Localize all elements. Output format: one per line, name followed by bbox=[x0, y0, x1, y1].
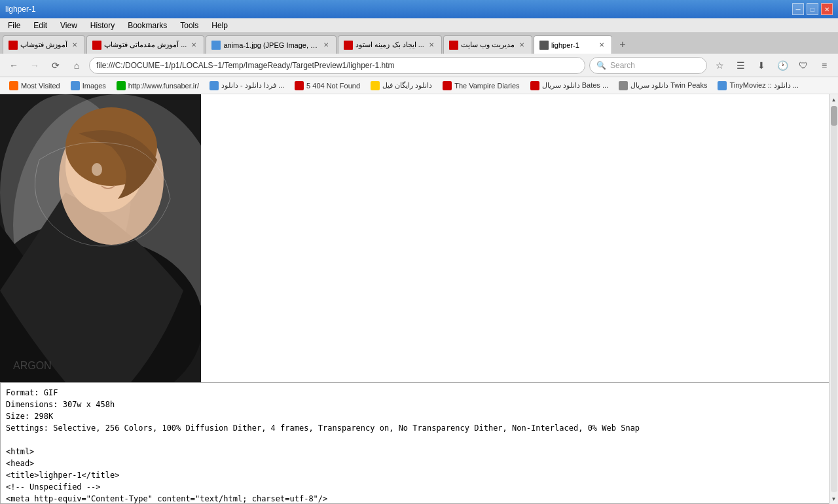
shield-icon[interactable]: 🛡 bbox=[795, 57, 812, 74]
address-bar[interactable]: file:///C:/DOCUME~1/p1/LOCALS~1/Temp/Ima… bbox=[89, 57, 585, 74]
image-area: ARGON bbox=[0, 94, 201, 382]
bookmark-label-0: Most Visited bbox=[21, 82, 60, 90]
tab-close-3[interactable]: ✕ bbox=[321, 41, 331, 50]
tabsbar: آموزش فتوشاپ ✕ آموزش مقدماتی فتوشاپ ... … bbox=[0, 33, 838, 54]
scrollbar: ▲ ▼ bbox=[829, 94, 838, 504]
svg-point-8 bbox=[92, 163, 102, 176]
bookmark-vampire[interactable]: The Vampire Diaries bbox=[439, 80, 523, 92]
bookmarks-icon[interactable]: ☆ bbox=[711, 57, 728, 74]
search-bar[interactable]: 🔍 Search bbox=[589, 57, 707, 74]
bookmark-most-visited[interactable]: Most Visited bbox=[5, 80, 64, 92]
svg-text:ARGON: ARGON bbox=[13, 360, 52, 371]
bookmark-label-3: فردا دانلود - دانلود ... bbox=[221, 81, 284, 90]
info-size: Size: 298K bbox=[6, 410, 832, 422]
tab-1[interactable]: آموزش فتوشاپ ✕ bbox=[3, 35, 85, 54]
tab-label-6: lighper-1 bbox=[551, 41, 594, 49]
bookmarks-bar: Most Visited Images http://www.funsaber.… bbox=[0, 77, 838, 94]
tab-close-4[interactable]: ✕ bbox=[427, 41, 436, 50]
bookmark-favicon-4 bbox=[295, 81, 304, 90]
download-icon[interactable]: ⬇ bbox=[753, 57, 770, 74]
info-code-0: <html> bbox=[6, 446, 832, 458]
tab-label-3: anima-1.jpg (JPEG Image, 1... bbox=[223, 41, 319, 49]
scroll-down-button[interactable]: ▼ bbox=[829, 494, 839, 504]
tab-favicon-1 bbox=[9, 41, 18, 50]
info-blank bbox=[6, 434, 832, 446]
titlebar: lighper-1 ─ □ ✕ bbox=[0, 0, 838, 18]
tab-close-2[interactable]: ✕ bbox=[189, 41, 198, 50]
bookmark-favicon-7 bbox=[530, 81, 539, 90]
menu-edit[interactable]: Edit bbox=[31, 20, 50, 31]
tab-label-1: آموزش فتوشاپ bbox=[20, 41, 67, 49]
address-text: file:///C:/DOCUME~1/p1/LOCALS~1/Temp/Ima… bbox=[96, 61, 578, 70]
back-button[interactable]: ← bbox=[5, 57, 22, 74]
info-settings: Settings: Selective, 256 Colors, 100% Di… bbox=[6, 422, 832, 434]
bookmark-favicon-0 bbox=[9, 81, 18, 90]
titlebar-title: lighper-1 bbox=[5, 5, 36, 14]
reader-icon[interactable]: ☰ bbox=[732, 57, 749, 74]
info-code-1: <head> bbox=[6, 458, 832, 469]
menu-file[interactable]: File bbox=[5, 20, 23, 31]
tab-favicon-3 bbox=[211, 41, 221, 50]
bookmark-favicon-1 bbox=[71, 81, 80, 90]
new-tab-button[interactable]: + bbox=[613, 35, 632, 54]
tab-close-1[interactable]: ✕ bbox=[70, 41, 79, 50]
history-icon[interactable]: 🕐 bbox=[774, 57, 791, 74]
tab-5[interactable]: مدیریت وب سایت ✕ bbox=[443, 35, 532, 54]
info-code-2: <title>lighper-1</title> bbox=[6, 469, 832, 481]
bookmark-label-2: http://www.funsaber.ir/ bbox=[128, 82, 199, 90]
bookmark-label-4: 5 404 Not Found bbox=[306, 82, 360, 90]
bookmark-3[interactable]: فردا دانلود - دانلود ... bbox=[206, 80, 288, 92]
tab-favicon-5 bbox=[449, 41, 458, 50]
search-placeholder: Search bbox=[610, 61, 635, 70]
menu-tools[interactable]: Tools bbox=[177, 20, 201, 31]
bookmark-funsaber[interactable]: http://www.funsaber.ir/ bbox=[113, 80, 203, 92]
titlebar-controls: ─ □ ✕ bbox=[792, 3, 833, 15]
scroll-up-button[interactable]: ▲ bbox=[829, 94, 839, 105]
tab-6[interactable]: lighper-1 ✕ bbox=[534, 35, 612, 54]
menu-icon[interactable]: ≡ bbox=[816, 57, 833, 74]
bookmark-label-6: The Vampire Diaries bbox=[454, 82, 519, 90]
home-button[interactable]: ⌂ bbox=[68, 57, 85, 74]
bookmark-favicon-9 bbox=[718, 81, 727, 90]
menu-history[interactable]: History bbox=[88, 20, 117, 31]
info-code-3: <!-- Unspecified --> bbox=[6, 481, 832, 493]
menu-bookmarks[interactable]: Bookmarks bbox=[125, 20, 170, 31]
tab-2[interactable]: آموزش مقدماتی فتوشاپ ... ✕ bbox=[86, 35, 204, 54]
content-area: ARGON Format: GIF Dimensions: 307w x 458… bbox=[0, 94, 838, 504]
bookmark-tinymovie[interactable]: TinyMoviez :: دانلود ... bbox=[714, 80, 803, 92]
info-panel: Format: GIF Dimensions: 307w x 458h Size… bbox=[0, 382, 838, 504]
bookmark-label-7: دانلود سریال Bates ... bbox=[542, 81, 608, 90]
menubar: File Edit View History Bookmarks Tools H… bbox=[0, 18, 838, 33]
menu-view[interactable]: View bbox=[58, 20, 80, 31]
bookmark-bates[interactable]: دانلود سریال Bates ... bbox=[526, 80, 612, 92]
bookmark-favicon-5 bbox=[371, 81, 380, 90]
content-upper: ARGON bbox=[0, 94, 838, 382]
bookmark-label-9: TinyMoviez :: دانلود ... bbox=[729, 81, 799, 90]
forward-button[interactable]: → bbox=[26, 57, 43, 74]
bookmark-404[interactable]: 5 404 Not Found bbox=[291, 80, 364, 92]
scroll-thumb[interactable] bbox=[831, 106, 837, 126]
minimize-button[interactable]: ─ bbox=[792, 3, 804, 15]
bookmark-label-1: Images bbox=[82, 82, 106, 90]
tab-close-6[interactable]: ✕ bbox=[597, 41, 606, 50]
tab-label-5: مدیریت وب سایت bbox=[461, 41, 515, 49]
bookmark-5[interactable]: دانلود رایگان فیل bbox=[367, 80, 436, 92]
bookmark-favicon-8 bbox=[619, 81, 628, 90]
bookmark-images[interactable]: Images bbox=[67, 80, 110, 92]
bookmark-label-5: دانلود رایگان فیل bbox=[382, 81, 432, 90]
scroll-track bbox=[831, 106, 837, 492]
navbar: ← → ⟳ ⌂ file:///C:/DOCUME~1/p1/LOCALS~1/… bbox=[0, 54, 838, 77]
swirl-svg: ARGON bbox=[0, 94, 201, 382]
tab-label-4: ایجاد بک زمینه استود ... bbox=[355, 41, 424, 49]
tab-4[interactable]: ایجاد بک زمینه استود ... ✕ bbox=[338, 35, 441, 54]
maximize-button[interactable]: □ bbox=[807, 3, 818, 15]
reload-button[interactable]: ⟳ bbox=[47, 57, 64, 74]
tab-3[interactable]: anima-1.jpg (JPEG Image, 1... ✕ bbox=[206, 35, 337, 54]
content-right bbox=[201, 94, 838, 382]
bookmark-twin-peaks[interactable]: دانلود سریال Twin Peaks bbox=[615, 80, 711, 92]
menu-help[interactable]: Help bbox=[209, 20, 230, 31]
close-button[interactable]: ✕ bbox=[821, 3, 833, 15]
tab-favicon-6 bbox=[539, 41, 549, 50]
tab-close-5[interactable]: ✕ bbox=[517, 41, 526, 50]
tab-label-2: آموزش مقدماتی فتوشاپ ... bbox=[104, 41, 187, 49]
